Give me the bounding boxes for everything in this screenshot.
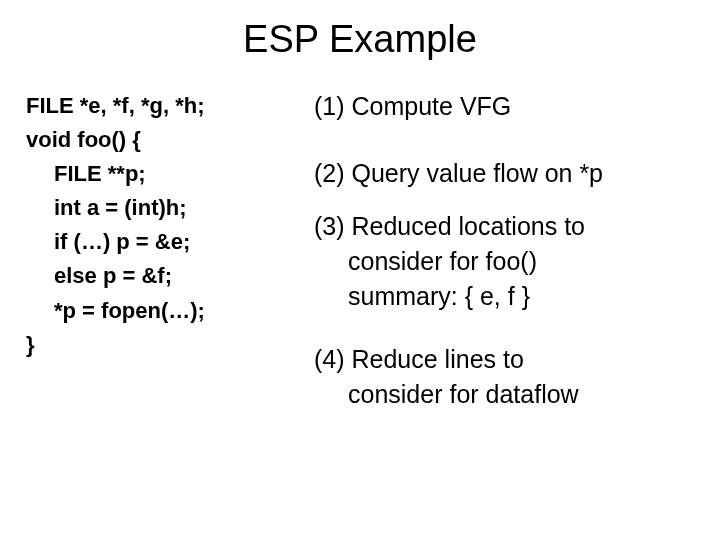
code-line: else p = &f; [26,259,306,293]
step-1: (1) Compute VFG [314,89,694,124]
code-column: FILE *e, *f, *g, *h; void foo() { FILE *… [26,89,306,430]
steps-column: (1) Compute VFG (2) Query value flow on … [306,89,694,430]
code-line: FILE *e, *f, *g, *h; [26,89,306,123]
step-2: (2) Query value flow on *p [314,156,694,191]
code-line: int a = (int)h; [26,191,306,225]
step-4-line: consider for dataflow [314,377,694,412]
step-4: (4) Reduce lines to consider for dataflo… [314,342,694,412]
code-line: } [26,328,306,362]
slide-content: FILE *e, *f, *g, *h; void foo() { FILE *… [0,71,720,430]
step-3-line: (3) Reduced locations to [314,209,694,244]
code-line: if (…) p = &e; [26,225,306,259]
step-3-line: summary: { e, f } [314,279,694,314]
code-line: void foo() { [26,123,306,157]
step-3: (3) Reduced locations to consider for fo… [314,209,694,314]
slide-title: ESP Example [0,0,720,71]
code-line: *p = fopen(…); [26,294,306,328]
step-3-line: consider for foo() [314,244,694,279]
step-4-line: (4) Reduce lines to [314,342,694,377]
code-line: FILE **p; [26,157,306,191]
